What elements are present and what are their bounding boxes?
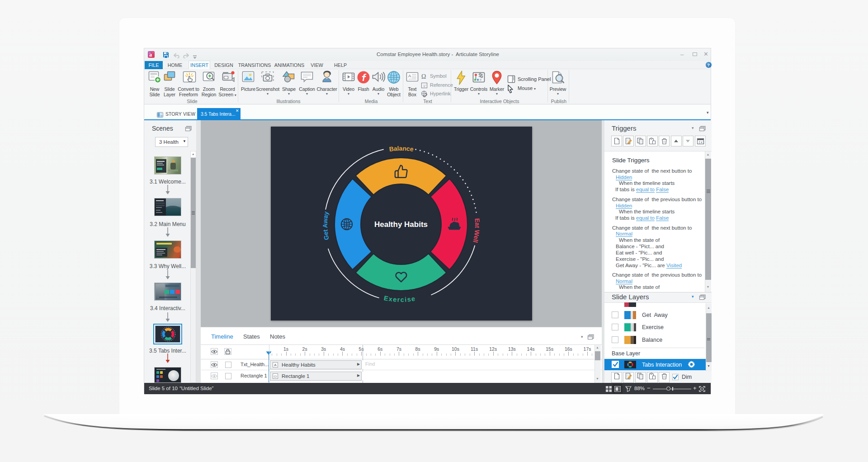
svg-text:Healthy Habits: Healthy Habits — [374, 220, 428, 229]
svg-text:¶: ¶ — [424, 85, 425, 89]
svg-text:Ω: Ω — [421, 73, 426, 80]
svg-text:[x]: [x] — [698, 141, 704, 144]
svg-text:A: A — [408, 73, 411, 78]
svg-text:Eat Well: Eat Well — [472, 218, 481, 243]
svg-text:a: a — [149, 52, 152, 58]
svg-text:Get Away: Get Away — [321, 211, 330, 240]
svg-text:Balance: Balance — [389, 145, 414, 153]
svg-text:Exercise: Exercise — [383, 294, 416, 303]
